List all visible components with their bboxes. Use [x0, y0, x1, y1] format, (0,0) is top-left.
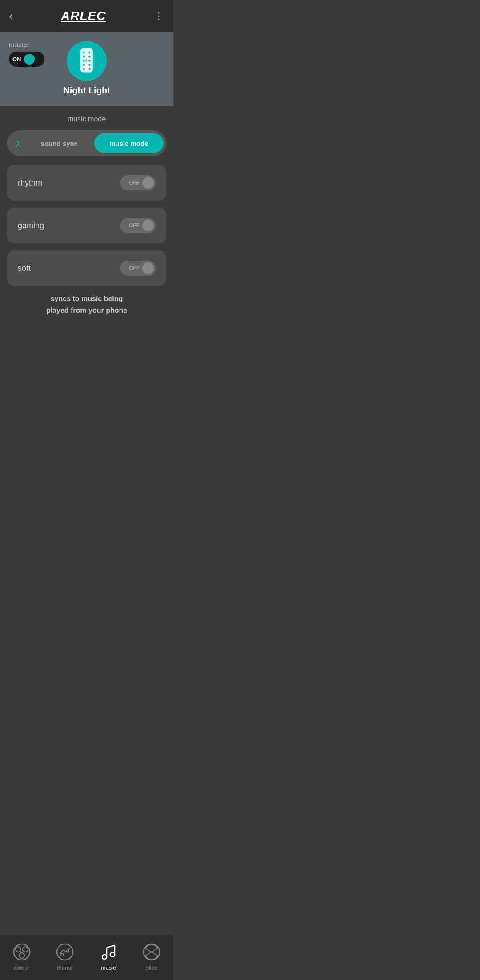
header: ‹ ARLEC ⋮: [0, 0, 173, 32]
back-button[interactable]: ‹: [9, 9, 13, 23]
svg-point-9: [88, 64, 91, 66]
description-line1: syncs to music being: [16, 293, 157, 305]
main-content: music mode ♪ sound sync music mode rhyth…: [0, 106, 173, 325]
toggle-circle-rhythm: [142, 177, 154, 189]
toggle-label-soft: soft: [18, 264, 31, 273]
toggle-circle-gaming: [142, 220, 154, 231]
toggle-off-label-gaming: OFF: [129, 222, 140, 229]
toggle-rows: rhythm OFF gaming OFF soft OFF: [7, 165, 166, 286]
toggle-circle-soft: [142, 262, 154, 274]
svg-point-1: [83, 52, 85, 54]
svg-point-7: [88, 56, 91, 58]
night-light-icon: ♪: [76, 48, 98, 74]
device-section: master ON ♪: [0, 32, 173, 106]
master-toggle-circle: [24, 54, 35, 65]
svg-point-8: [88, 60, 91, 62]
device-info: ♪ Night Light: [9, 41, 164, 96]
svg-point-4: [83, 64, 85, 66]
music-description: syncs to music being played from your ph…: [7, 293, 166, 316]
app-logo: ARLEC: [61, 9, 106, 23]
master-toggle[interactable]: ON: [9, 52, 44, 67]
toggle-off-label-rhythm: OFF: [129, 180, 140, 186]
sound-sync-button[interactable]: sound sync: [24, 133, 94, 153]
toggle-switch-rhythm[interactable]: OFF: [120, 175, 156, 190]
svg-point-5: [83, 68, 85, 70]
master-toggle-label: ON: [12, 56, 21, 63]
toggle-row-rhythm: rhythm OFF: [7, 165, 166, 201]
menu-button[interactable]: ⋮: [154, 10, 164, 22]
toggle-row-gaming: gaming OFF: [7, 208, 166, 243]
toggle-switch-gaming[interactable]: OFF: [120, 218, 156, 233]
toggle-label-gaming: gaming: [18, 221, 44, 230]
master-label: master: [9, 41, 29, 48]
toggle-off-label-soft: OFF: [129, 265, 140, 271]
music-mode-section-title: music mode: [7, 115, 166, 123]
music-mode-button[interactable]: music mode: [94, 133, 164, 153]
toggle-label-rhythm: rhythm: [18, 178, 42, 188]
mode-toggle-bar: ♪ sound sync music mode: [7, 130, 166, 156]
description-line2: played from your phone: [16, 305, 157, 316]
music-note-icon: ♪: [14, 137, 20, 150]
svg-point-10: [88, 68, 91, 70]
toggle-row-soft: soft OFF: [7, 250, 166, 286]
device-name: Night Light: [63, 85, 110, 96]
svg-text:♪: ♪: [84, 56, 88, 64]
svg-point-6: [88, 52, 91, 54]
device-icon-container: ♪: [67, 41, 107, 81]
toggle-switch-soft[interactable]: OFF: [120, 261, 156, 276]
